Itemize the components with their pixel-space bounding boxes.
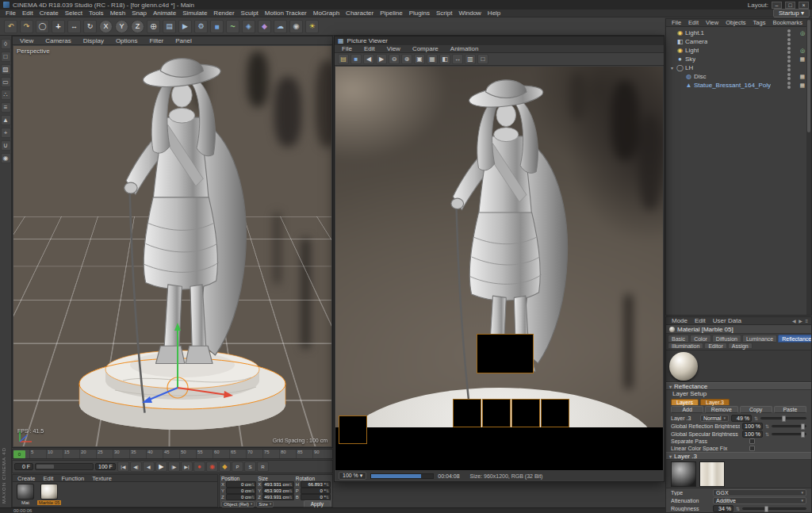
panel-nav-icons[interactable]: ◀ ▶ ≡: [792, 318, 809, 323]
menu-item[interactable]: Plugins: [406, 10, 433, 17]
keyframe-selection-button[interactable]: ◆: [219, 461, 231, 472]
parameter-value[interactable]: 100 %: [742, 431, 763, 438]
menu-item[interactable]: Motion Tracker: [262, 10, 310, 17]
zoom-in-icon[interactable]: ⊕: [401, 54, 412, 64]
add-environment-icon[interactable]: ☁: [274, 20, 287, 33]
autokey-button[interactable]: ◉: [206, 461, 218, 472]
object-manager-menu-item[interactable]: File: [668, 19, 684, 26]
picture-viewer-menu-item[interactable]: Compare: [409, 45, 442, 52]
snap-icon[interactable]: ∪: [1, 140, 11, 151]
material-thumbnail[interactable]: [17, 484, 34, 500]
menu-item[interactable]: Script: [433, 10, 455, 17]
zoom-out-icon[interactable]: ⊖: [389, 54, 400, 64]
tab-assign[interactable]: Assign: [728, 343, 753, 349]
scale-icon[interactable]: ↔: [67, 20, 81, 33]
axis-gizmo[interactable]: [138, 318, 241, 405]
viewport-menu-item[interactable]: Options: [113, 37, 141, 44]
timeline-ruler[interactable]: 051015202530354045505560657075808590 0: [12, 449, 333, 459]
menu-item[interactable]: Select: [62, 10, 86, 17]
material-menu-item[interactable]: Edit: [40, 475, 57, 482]
coordinate-mode-dropdown[interactable]: Object (Rel)▾: [221, 501, 255, 507]
menu-item[interactable]: MoGraph: [310, 10, 343, 17]
material-menu-item[interactable]: Create: [14, 475, 39, 482]
layer-preview-sphere[interactable]: [671, 461, 696, 487]
minimize-button[interactable]: –: [772, 2, 782, 9]
material-swatch[interactable]: Mat: [15, 484, 36, 505]
key-scale-button[interactable]: S: [244, 461, 256, 472]
attribute-menu-item[interactable]: User Data: [710, 317, 745, 324]
close-button[interactable]: ×: [799, 2, 809, 9]
histogram-icon[interactable]: ▥: [465, 54, 476, 64]
frame-range-slider[interactable]: [35, 463, 94, 470]
menu-item[interactable]: Mesh: [107, 10, 129, 17]
swap-ab-icon[interactable]: ↔: [452, 54, 463, 64]
type-dropdown[interactable]: GGX▾: [713, 489, 806, 496]
timeline-scrubber[interactable]: 0: [13, 450, 25, 458]
next-frame-button[interactable]: |▶: [168, 461, 180, 472]
lock-workplane-icon[interactable]: ◉: [1, 153, 11, 163]
menu-item[interactable]: Create: [36, 10, 62, 17]
key-position-button[interactable]: P: [232, 461, 243, 472]
layers-tab[interactable]: Layers: [671, 399, 699, 405]
tab-color[interactable]: Color: [690, 335, 711, 343]
layer3-tab[interactable]: Layer.3: [700, 399, 730, 405]
picture-viewer-menu-item[interactable]: View: [384, 45, 404, 52]
visibility-toggles[interactable]: [787, 82, 791, 89]
checkbox[interactable]: [749, 446, 755, 451]
roughness-value[interactable]: 34 %: [713, 505, 733, 512]
tab-basic[interactable]: Basic: [668, 335, 689, 343]
coordinate-field[interactable]: 66.893 °⇅: [301, 481, 331, 488]
coordinate-field[interactable]: 0 cm⇅: [226, 481, 256, 488]
visibility-toggles[interactable]: [787, 73, 791, 80]
render-settings-icon[interactable]: ⚙: [194, 20, 208, 33]
viewport-menu-item[interactable]: Cameras: [42, 37, 74, 44]
coordinate-system-icon[interactable]: ⊕: [147, 20, 160, 33]
coordinate-field[interactable]: 0 °⇅: [301, 494, 331, 500]
goto-end-button[interactable]: ▶|: [181, 461, 193, 472]
reflectance-section-header[interactable]: ▾Reflectance: [666, 382, 811, 390]
layer-action-button[interactable]: Copy: [740, 406, 772, 413]
add-deformer-icon[interactable]: ◆: [258, 20, 271, 33]
visibility-toggles[interactable]: [787, 29, 791, 36]
object-tags[interactable]: ◎: [792, 48, 805, 54]
picture-viewer-menu-item[interactable]: Edit: [361, 45, 378, 52]
viewport-canvas[interactable]: Perspective FPS : 41.5 Grid Spacing : 10…: [13, 46, 331, 446]
fullscreen-icon[interactable]: □: [477, 54, 488, 64]
visibility-toggles[interactable]: [787, 64, 791, 71]
object-tags[interactable]: ▦: [792, 82, 805, 89]
layout-select[interactable]: Startup ▾: [773, 9, 810, 17]
menu-item[interactable]: Render: [210, 10, 237, 17]
redo-icon[interactable]: ↷: [20, 20, 33, 33]
menu-item[interactable]: Character: [343, 10, 377, 17]
object-row[interactable]: ◧ Camera: [666, 37, 806, 46]
blend-mode-dropdown[interactable]: Normal▾: [700, 415, 729, 422]
view-label[interactable]: Perspective: [17, 48, 50, 55]
viewport-menu-item[interactable]: View: [17, 37, 36, 44]
render-view-icon[interactable]: ▤: [163, 20, 176, 33]
start-frame-field[interactable]: 0 F: [14, 463, 33, 470]
blend-spinner[interactable]: ⇅: [754, 415, 758, 421]
menu-item[interactable]: Edit: [19, 10, 36, 17]
checkbox[interactable]: [749, 438, 755, 444]
object-manager-menu-item[interactable]: Tags: [750, 19, 769, 26]
object-tags[interactable]: ▦: [792, 74, 805, 80]
tab-diffusion[interactable]: Diffusion: [712, 335, 741, 343]
open-file-icon[interactable]: ▤: [338, 54, 349, 64]
record-button[interactable]: ●: [193, 461, 205, 472]
compare-ab-icon[interactable]: ◧: [439, 54, 450, 64]
blend-slider[interactable]: [760, 417, 806, 419]
viewport-menu-item[interactable]: Filter: [146, 37, 167, 44]
picture-viewer-titlebar[interactable]: ▦ Picture Viewer: [335, 36, 664, 45]
object-tags[interactable]: ◎: [792, 30, 805, 36]
workplane-mode-icon[interactable]: ▭: [1, 77, 11, 87]
object-manager-menu-item[interactable]: Edit: [685, 19, 702, 26]
picture-viewer-menu-item[interactable]: File: [339, 45, 355, 52]
coordinate-field[interactable]: 453.903 cm⇅: [262, 488, 294, 494]
menu-item[interactable]: Sculpt: [238, 10, 262, 17]
blend-value[interactable]: 49 %: [731, 415, 752, 422]
material-preview[interactable]: [666, 350, 811, 382]
attribute-menu-item[interactable]: Mode: [668, 317, 691, 324]
object-row[interactable]: ● Sky ▦: [666, 55, 806, 63]
object-row[interactable]: ◉ Light.1 ◎: [666, 29, 806, 37]
coordinate-field[interactable]: 0 cm⇅: [226, 488, 256, 494]
